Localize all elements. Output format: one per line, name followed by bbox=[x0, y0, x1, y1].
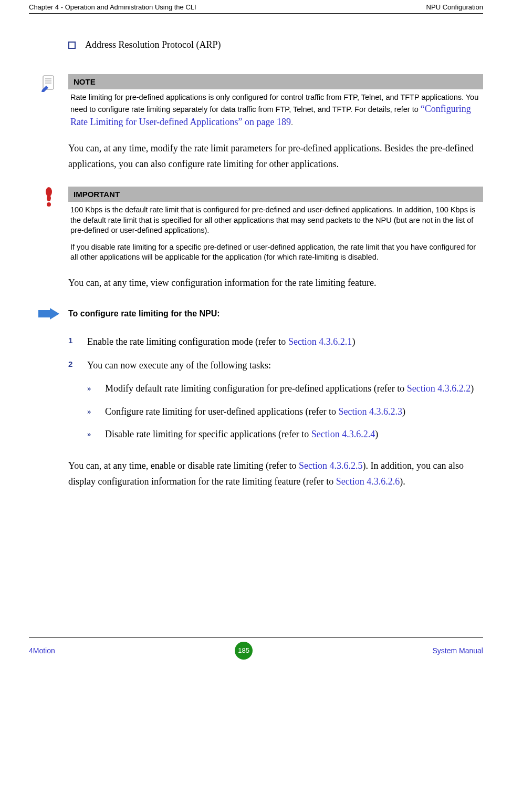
sub-item-1: Modify default rate limiting configurati… bbox=[105, 381, 474, 397]
note-title: NOTE bbox=[68, 74, 483, 89]
important-text-2: If you disable rate limiting for a speci… bbox=[68, 239, 483, 266]
important-title: IMPORTANT bbox=[68, 187, 483, 202]
sub1-text-b: ) bbox=[471, 383, 474, 394]
svg-point-6 bbox=[47, 202, 51, 207]
important-icon bbox=[29, 187, 68, 266]
important-callout: IMPORTANT 100 Kbps is the default rate l… bbox=[68, 187, 483, 266]
list-item: » Modify default rate limiting configura… bbox=[87, 381, 483, 397]
sub2-text-b: ) bbox=[402, 406, 405, 417]
page-footer: 4Motion 185 System Manual bbox=[29, 637, 483, 660]
list-item: » Disable rate limiting for specific app… bbox=[87, 427, 483, 443]
step-1-text-b: ) bbox=[352, 336, 355, 347]
procedure-title: To configure rate limiting for the NPU: bbox=[68, 309, 220, 318]
paragraph-3: You can, at any time, enable or disable … bbox=[29, 458, 483, 489]
note-text-after: . bbox=[291, 118, 293, 127]
bullet-text: Address Resolution Protocol (ARP) bbox=[85, 37, 221, 53]
sub-item-3: Disable rate limiting for specific appli… bbox=[105, 427, 378, 443]
footer-right: System Manual bbox=[433, 646, 483, 655]
bullet-item: Address Resolution Protocol (ARP) bbox=[68, 37, 483, 53]
square-bullet-icon bbox=[68, 42, 76, 49]
svg-marker-7 bbox=[38, 308, 59, 320]
paragraph-1: You can, at any time, modify the rate li… bbox=[68, 141, 483, 172]
note-text: Rate limiting for pre-defined applicatio… bbox=[68, 89, 483, 131]
list-item: 2 You can now execute any of the followi… bbox=[68, 358, 483, 450]
numbered-list: 1 Enable the rate limiting configuration… bbox=[68, 334, 483, 450]
header-right: NPU Configuration bbox=[426, 3, 483, 11]
procedure-heading: To configure rate limiting for the NPU: bbox=[68, 308, 483, 320]
note-callout: NOTE Rate limiting for pre-defined appli… bbox=[68, 74, 483, 131]
header-left: Chapter 4 - Operation and Administration… bbox=[29, 3, 196, 11]
sub2-text-a: Configure rate limiting for user-defined… bbox=[105, 406, 338, 417]
sub3-text-b: ) bbox=[375, 429, 378, 439]
page-number: 185 bbox=[235, 642, 253, 660]
sub3-text-a: Disable rate limiting for specific appli… bbox=[105, 429, 311, 439]
para3-text-a: You can, at any time, enable or disable … bbox=[68, 460, 299, 471]
note-text-plain: Rate limiting for pre-defined applicatio… bbox=[70, 93, 478, 114]
para3-link-1[interactable]: Section 4.3.6.2.5 bbox=[299, 460, 363, 471]
chevron-icon: » bbox=[87, 381, 105, 397]
para3-text-c: ). bbox=[400, 476, 405, 487]
sub1-link[interactable]: Section 4.3.6.2.2 bbox=[407, 383, 471, 394]
footer-left: 4Motion bbox=[29, 646, 55, 655]
sub3-link[interactable]: Section 4.3.6.2.4 bbox=[311, 429, 375, 439]
step-number-2: 2 bbox=[68, 358, 87, 450]
step-1-text: Enable the rate limiting configuration m… bbox=[87, 334, 355, 350]
sub-list: » Modify default rate limiting configura… bbox=[87, 381, 483, 443]
page-header: Chapter 4 - Operation and Administration… bbox=[29, 0, 483, 14]
note-icon bbox=[29, 74, 68, 131]
svg-point-5 bbox=[47, 195, 51, 201]
list-item: » Configure rate limiting for user-defin… bbox=[87, 404, 483, 420]
arrow-icon bbox=[29, 308, 68, 320]
important-text-1: 100 Kbps is the default rate limit that … bbox=[68, 202, 483, 239]
sub1-text-a: Modify default rate limiting configurati… bbox=[105, 383, 407, 394]
step-1-text-a: Enable the rate limiting configuration m… bbox=[87, 336, 288, 347]
chevron-icon: » bbox=[87, 404, 105, 420]
paragraph-2: You can, at any time, view configuration… bbox=[68, 275, 483, 291]
step-number-1: 1 bbox=[68, 334, 87, 350]
step-2-text: You can now execute any of the following… bbox=[87, 360, 271, 371]
sub-item-2: Configure rate limiting for user-defined… bbox=[105, 404, 405, 420]
sub2-link[interactable]: Section 4.3.6.2.3 bbox=[338, 406, 402, 417]
list-item: 1 Enable the rate limiting configuration… bbox=[68, 334, 483, 350]
para3-link-2[interactable]: Section 4.3.6.2.6 bbox=[336, 476, 400, 487]
step-1-link[interactable]: Section 4.3.6.2.1 bbox=[288, 336, 352, 347]
chevron-icon: » bbox=[87, 427, 105, 443]
